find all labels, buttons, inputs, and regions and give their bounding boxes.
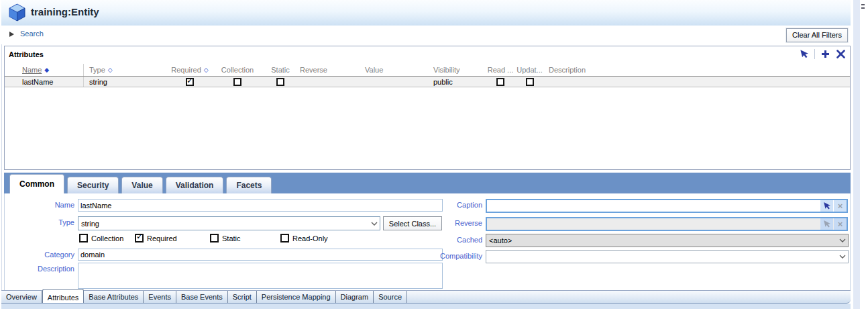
- category-input[interactable]: [78, 249, 443, 261]
- chevron-down-icon: [369, 222, 380, 226]
- sort-icon: ◇: [204, 67, 209, 73]
- column-header-visibility[interactable]: Visibility: [430, 64, 487, 76]
- type-label: Type: [5, 218, 74, 226]
- caption-select-button[interactable]: [820, 200, 833, 212]
- sort-descending-icon: ◆: [44, 67, 49, 73]
- sort-icon: ◇: [108, 67, 113, 73]
- tab-events[interactable]: Events: [144, 291, 176, 303]
- column-header-name[interactable]: Name ◆: [5, 64, 84, 76]
- page-title: training:Entity: [31, 6, 99, 17]
- chevron-down-icon: [837, 238, 848, 242]
- row-visibility: public: [430, 77, 487, 87]
- caption-label: Caption: [410, 201, 482, 209]
- tab-source[interactable]: Source: [374, 291, 407, 303]
- collection-checkbox[interactable]: Collection: [79, 234, 123, 242]
- select-pointer-button[interactable]: [799, 48, 810, 59]
- column-header-description[interactable]: Description: [545, 64, 850, 76]
- tab-security[interactable]: Security: [67, 177, 119, 193]
- reverse-label: Reverse: [410, 219, 482, 227]
- close-icon: ×: [838, 220, 843, 228]
- column-header-type[interactable]: Type ◇: [84, 64, 167, 76]
- tab-overview[interactable]: Overview: [1, 291, 42, 303]
- clear-all-filters-button[interactable]: Clear All Filters: [786, 28, 848, 42]
- compatibility-dropdown[interactable]: [486, 250, 849, 263]
- chevron-down-icon: [837, 255, 848, 259]
- entity-cube-icon: [8, 3, 26, 21]
- add-attribute-button[interactable]: [820, 48, 830, 59]
- attributes-panel-header: Attributes: [5, 46, 850, 64]
- column-header-reverse[interactable]: Reverse: [299, 64, 360, 76]
- row-value: [360, 77, 430, 87]
- category-label: Category: [5, 251, 74, 259]
- compatibility-label: Compatibility: [410, 252, 482, 260]
- delete-attribute-button[interactable]: [835, 48, 846, 59]
- description-label: Description: [5, 265, 74, 273]
- caption-clear-button[interactable]: ×: [834, 200, 847, 212]
- reverse-select-button: [820, 218, 833, 230]
- row-collection-checkbox[interactable]: [233, 78, 241, 86]
- column-header-updatable[interactable]: Updat...: [514, 64, 545, 76]
- attributes-table-header: Name ◆ Type ◇ Required ◇ Collection Stat…: [5, 64, 850, 76]
- tab-base-attributes[interactable]: Base Attributes: [84, 291, 144, 303]
- read-only-checkbox[interactable]: Read-Only: [280, 234, 328, 242]
- row-read-only-checkbox[interactable]: [496, 78, 504, 86]
- reverse-field: ×: [486, 217, 848, 231]
- column-header-required[interactable]: Required ◇: [167, 64, 213, 76]
- common-tab-panel: Name Type string Select Class... Collect…: [4, 193, 851, 291]
- column-header-read-only[interactable]: Read ...: [487, 64, 514, 76]
- document-tabbar: Overview Attributes Base Attributes Even…: [1, 290, 851, 304]
- close-icon: ×: [838, 202, 843, 210]
- required-checkbox[interactable]: Required: [135, 234, 177, 242]
- row-type: string: [84, 77, 167, 87]
- window-bottom-band: [1, 304, 851, 309]
- attributes-panel-title: Attributes: [9, 50, 44, 58]
- right-gutter-strip: [853, 0, 860, 309]
- column-header-static[interactable]: Static: [262, 64, 299, 76]
- titlebar: training:Entity: [1, 0, 851, 26]
- cached-dropdown[interactable]: <auto>: [486, 234, 849, 247]
- search-section: Search Clear All Filters: [1, 26, 851, 44]
- description-input[interactable]: [78, 263, 443, 289]
- cached-label: Cached: [410, 236, 482, 244]
- tab-persistence-mapping[interactable]: Persistence Mapping: [257, 291, 336, 303]
- tab-value[interactable]: Value: [121, 177, 162, 193]
- attributes-toolbar: [799, 48, 846, 59]
- tab-validation[interactable]: Validation: [166, 177, 224, 193]
- tab-base-events[interactable]: Base Events: [176, 291, 228, 303]
- name-input[interactable]: [78, 199, 443, 212]
- row-name: lastName: [5, 77, 84, 87]
- row-reverse: [299, 77, 360, 87]
- name-label: Name: [5, 201, 74, 209]
- tab-attributes[interactable]: Attributes: [42, 289, 84, 303]
- table-row[interactable]: lastName string public: [5, 76, 850, 87]
- row-required-checkbox[interactable]: [186, 78, 194, 86]
- column-header-collection[interactable]: Collection: [213, 64, 262, 76]
- row-updatable-checkbox[interactable]: [526, 78, 534, 86]
- detail-tabbar: Common Security Value Validation Facets: [4, 173, 851, 193]
- row-description: [545, 77, 850, 87]
- tab-script[interactable]: Script: [228, 291, 257, 303]
- screen-edge-marks: [861, 4, 865, 13]
- tab-diagram[interactable]: Diagram: [336, 291, 374, 303]
- row-static-checkbox[interactable]: [276, 78, 284, 86]
- tab-common[interactable]: Common: [9, 174, 64, 193]
- static-checkbox[interactable]: Static: [210, 234, 241, 242]
- type-dropdown[interactable]: string: [78, 216, 380, 230]
- expand-arrow-icon[interactable]: [9, 32, 14, 37]
- toolbar-divider: [814, 49, 815, 59]
- column-header-value[interactable]: Value: [360, 64, 430, 76]
- caption-field[interactable]: ×: [486, 199, 848, 213]
- reverse-clear-button: ×: [834, 218, 847, 230]
- attributes-panel: Attributes Name ◆: [4, 46, 851, 170]
- search-toggle[interactable]: Search: [20, 30, 44, 38]
- tab-facets[interactable]: Facets: [226, 177, 272, 193]
